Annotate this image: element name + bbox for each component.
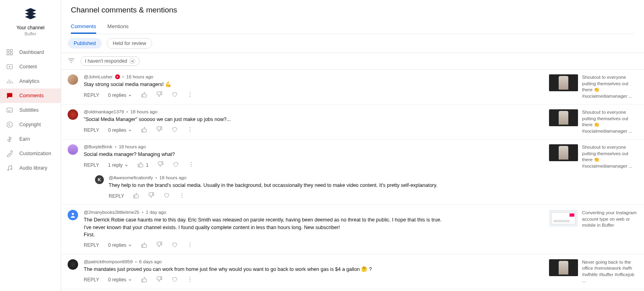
svg-point-27 xyxy=(190,279,190,280)
sidebar-item-subtitles[interactable]: Subtitles xyxy=(0,103,61,117)
svg-rect-5 xyxy=(7,108,12,113)
comment-text: The mandates just proved you can work fr… xyxy=(84,266,446,273)
more-icon[interactable] xyxy=(179,192,185,200)
like-icon[interactable] xyxy=(141,242,147,249)
comment-actions: REPLY0 replies xyxy=(84,242,543,249)
sidebar-item-dashboard[interactable]: Dashboard xyxy=(0,45,61,59)
replies-toggle[interactable]: 0 replies xyxy=(108,92,132,98)
heart-icon[interactable] xyxy=(171,126,178,134)
avatar[interactable] xyxy=(68,259,78,270)
username[interactable]: @Awesomeficationify xyxy=(109,175,153,180)
avatar[interactable] xyxy=(68,210,78,220)
dislike-icon[interactable] xyxy=(156,242,163,249)
more-icon[interactable] xyxy=(187,91,193,99)
video-reference[interactable]: Shoutout to everyone putting themselves … xyxy=(549,74,638,99)
username[interactable]: @oldmankage1379 xyxy=(84,109,124,114)
like-icon[interactable] xyxy=(137,161,144,169)
sidebar-item-label: Analytics xyxy=(19,78,39,84)
replies-toggle[interactable]: 1 reply xyxy=(108,162,128,168)
username[interactable]: @JohnLusher xyxy=(84,74,113,79)
video-reference[interactable]: Shoutout to everyone putting themselves … xyxy=(549,144,638,200)
like-icon[interactable] xyxy=(133,192,139,200)
sidebar-item-label: Dashboard xyxy=(19,49,44,55)
sidebar-item-customization[interactable]: Customization xyxy=(0,146,61,161)
subfilter-held[interactable]: Held for review xyxy=(107,38,152,49)
svg-point-23 xyxy=(190,242,190,243)
svg-point-12 xyxy=(190,96,190,97)
tab-comments[interactable]: Comments xyxy=(71,20,96,34)
reply-button[interactable]: REPLY xyxy=(84,242,99,248)
comment-text: They help to run the brand's social medi… xyxy=(109,182,471,189)
audio-icon xyxy=(6,164,14,172)
channel-logo[interactable]: Your channel Buffer xyxy=(0,7,61,36)
filter-chip[interactable]: I haven't responded ✕ xyxy=(80,56,140,66)
avatar[interactable] xyxy=(68,74,78,85)
video-reference[interactable]: Converting your Instagram account type o… xyxy=(549,210,638,249)
timestamp: 6 days ago xyxy=(139,259,162,264)
like-icon[interactable] xyxy=(141,91,147,99)
username[interactable]: @2manybooks2littletime25 xyxy=(84,210,139,215)
dislike-icon[interactable] xyxy=(156,276,163,284)
avatar[interactable] xyxy=(68,109,78,120)
more-icon[interactable] xyxy=(187,126,193,134)
video-reference[interactable]: Shoutout to everyone putting themselves … xyxy=(549,109,638,134)
nested-reply: K@Awesomeficationify•18 hours agoThey he… xyxy=(84,173,543,200)
like-icon[interactable] xyxy=(141,276,147,284)
svg-point-7 xyxy=(8,169,9,170)
username[interactable]: @patrickthompson6859 xyxy=(84,259,133,264)
avatar[interactable]: K xyxy=(95,175,104,184)
sidebar-item-analytics[interactable]: Analytics xyxy=(0,74,61,88)
sidebar-item-audio[interactable]: Audio library xyxy=(0,161,61,175)
sidebar-item-copyright[interactable]: Copyright xyxy=(0,117,61,132)
analytics-icon xyxy=(6,78,14,85)
heart-icon[interactable] xyxy=(171,242,178,249)
svg-point-16 xyxy=(191,162,192,163)
replies-toggle[interactable]: 0 replies xyxy=(108,277,132,283)
heart-icon[interactable] xyxy=(163,192,170,200)
sidebar-item-comments[interactable]: Comments xyxy=(0,88,61,103)
dislike-icon[interactable] xyxy=(157,161,164,169)
dislike-icon[interactable] xyxy=(156,126,163,134)
comment-row: @oldmankage1379•18 hours ago"Social Medi… xyxy=(61,105,644,139)
svg-point-18 xyxy=(191,166,192,167)
heart-icon[interactable] xyxy=(171,276,178,284)
reply-button[interactable]: REPLY xyxy=(84,127,99,133)
filter-icon[interactable] xyxy=(68,58,76,65)
reply-button[interactable]: REPLY xyxy=(84,277,99,283)
more-icon[interactable] xyxy=(187,276,193,284)
sidebar-item-label: Content xyxy=(19,64,37,70)
comment-actions: REPLY1 reply1 xyxy=(84,161,543,169)
avatar[interactable] xyxy=(68,144,78,155)
sidebar-item-earn[interactable]: Earn xyxy=(0,132,61,146)
heart-icon[interactable] xyxy=(171,91,178,99)
chip-label: I haven't responded xyxy=(85,58,127,64)
svg-point-20 xyxy=(182,195,182,196)
comment-text: Stay strong social media managers! 💪 xyxy=(84,81,446,88)
timestamp: 18 hours ago xyxy=(130,109,157,114)
dislike-icon[interactable] xyxy=(156,91,163,99)
heart-icon[interactable] xyxy=(173,161,179,169)
tabs: Comments Mentions xyxy=(71,20,634,34)
more-icon[interactable] xyxy=(188,161,194,169)
replies-toggle[interactable]: 0 replies xyxy=(108,242,132,248)
like-icon[interactable] xyxy=(141,126,147,134)
sidebar-item-label: Comments xyxy=(19,93,43,98)
tab-mentions[interactable]: Mentions xyxy=(107,20,129,34)
timestamp: 16 hours ago xyxy=(126,74,153,79)
reply-button[interactable]: REPLY xyxy=(109,193,124,199)
username[interactable]: @BurpleBrink xyxy=(84,144,112,149)
comment-actions: REPLY0 replies xyxy=(84,276,543,284)
chip-close-icon[interactable]: ✕ xyxy=(130,58,135,64)
sidebar-item-content[interactable]: Content xyxy=(0,59,61,74)
video-reference[interactable]: Never going back to the office #remotewo… xyxy=(549,259,638,284)
subfilter-published[interactable]: Published xyxy=(68,38,102,49)
dislike-icon[interactable] xyxy=(148,192,155,200)
reply-button[interactable]: REPLY xyxy=(84,92,99,98)
more-icon[interactable] xyxy=(187,242,193,249)
subfilters: Published Held for review xyxy=(61,34,644,53)
reply-button[interactable]: REPLY xyxy=(84,162,99,168)
replies-toggle[interactable]: 0 replies xyxy=(108,127,132,133)
comment-actions: REPLY xyxy=(109,192,543,200)
sidebar-item-label: Audio library xyxy=(19,165,47,171)
svg-point-14 xyxy=(190,129,190,130)
